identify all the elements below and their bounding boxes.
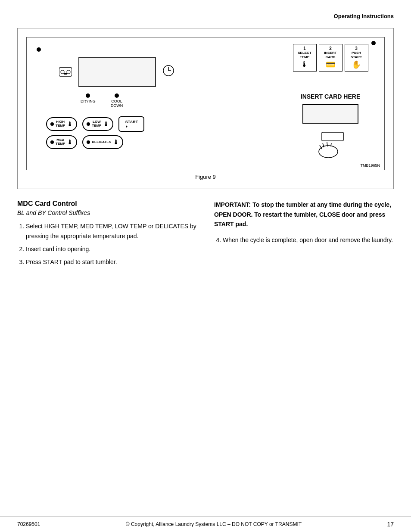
section-title: MDC Card Control [17,200,197,208]
indicator-cool-down: COOLDOWN [111,93,123,108]
low-temp-label: LOWTEMP [92,120,101,128]
diagram-right: 1 SELECTTEMP 🌡 2 INSERTCARD 💳 3 PUSHSTAR… [283,44,378,165]
svg-point-8 [319,146,338,158]
page-footer: 70269501 © Copyright, Alliance Laundry S… [0,516,411,532]
step-1-instruction: Select HIGH TEMP, MED TEMP, LOW TEMP or … [26,221,197,241]
page-header: Operating Instructions [0,0,411,24]
diagram-box: DRYING COOLDOWN HIGHTEMP 🌡 [26,37,385,170]
figure-caption: Figure 9 [26,174,385,180]
important-notice: IMPORTANT: To stop the tumbler at any ti… [214,200,394,229]
step-2: 2 INSERTCARD 💳 [319,44,342,72]
card-slot [302,104,358,124]
step-2-number: 2 [329,46,332,51]
step-3-number: 3 [355,46,358,51]
med-temp-dot [50,140,54,144]
med-temp-icon: 🌡 [67,139,73,146]
med-temp-button[interactable]: MEDTEMP 🌡 [46,135,77,149]
delicates-button[interactable]: DELICATES 🌡 [82,135,123,149]
footer-center: © Copyright, Alliance Laundry Systems LL… [126,521,302,527]
insert-card-section: INSERT CARD HERE [301,93,360,165]
med-temp-label: MEDTEMP [56,138,65,146]
high-temp-label: HIGHTEMP [56,120,65,128]
cool-down-dot [115,93,119,98]
step-3-label: PUSHSTART [351,51,362,59]
diagram-left: DRYING COOLDOWN HIGHTEMP 🌡 [33,44,279,165]
corner-dot-tr [371,41,376,45]
diagram-inner: DRYING COOLDOWN HIGHTEMP 🌡 [33,44,378,165]
display-screen [78,57,156,87]
instructions-list: Select HIGH TEMP, MED TEMP, LOW TEMP or … [26,221,197,267]
right-content: IMPORTANT: To stop the tumbler at any ti… [214,200,394,271]
delicates-dot [87,140,90,144]
main-content: MDC Card Control BL and BY Control Suffi… [0,193,411,277]
figure-container: DRYING COOLDOWN HIGHTEMP 🌡 [17,28,394,189]
important-text-bold: IMPORTANT: To stop the tumbler at any ti… [214,201,391,227]
left-top-section [59,57,279,87]
step-1-number: 1 [303,46,306,51]
insert-card-title: INSERT CARD HERE [301,93,360,100]
step4-list: When the cycle is complete, open door an… [223,235,394,245]
svg-line-11 [327,142,327,146]
step-3-instruction: Press START pad to start tumbler. [26,257,197,267]
drying-label: DRYING [81,99,96,103]
header-title: Operating Instructions [334,13,394,19]
high-temp-button[interactable]: HIGHTEMP 🌡 [46,117,77,131]
tape-icon [59,66,72,78]
section-subtitle: BL and BY Control Suffixes [17,209,197,216]
step-1: 1 SELECTTEMP 🌡 [293,44,317,72]
corner-dot-tl [37,47,41,52]
indicator-drying: DRYING [81,93,96,108]
low-temp-dot [87,122,90,126]
step-1-icon: 🌡 [301,60,308,69]
step-1-label: SELECTTEMP [298,51,311,59]
step-4-instruction: When the cycle is complete, open door an… [223,235,394,245]
step-3: 3 PUSHSTART ✋ [345,44,368,72]
step-2-icon: 💳 [326,60,335,69]
left-content: MDC Card Control BL and BY Control Suffi… [17,200,197,271]
high-temp-dot [50,122,54,126]
delicates-label: DELICATES [92,140,111,144]
page-number: 17 [387,521,394,528]
steps-container: 1 SELECTTEMP 🌡 2 INSERTCARD 💳 3 PUSHSTAR… [293,44,368,72]
svg-line-12 [331,143,331,146]
hand-insert-icon [313,130,348,165]
svg-point-1 [61,70,64,74]
indicator-row: DRYING COOLDOWN [81,93,279,108]
start-button[interactable]: START⬧ [118,116,144,132]
drying-dot [86,93,90,98]
svg-rect-3 [64,73,67,75]
high-temp-icon: 🌡 [67,121,73,128]
clock-icon [162,65,174,79]
step-2-label: INSERTCARD [324,51,336,59]
step-3-icon: ✋ [352,60,361,69]
button-row-2: MEDTEMP 🌡 DELICATES 🌡 [46,135,279,149]
low-temp-icon: 🌡 [103,121,109,128]
svg-rect-7 [322,132,343,141]
tmb-code: TMB1965N [360,163,380,168]
step-2-instruction: Insert card into opening. [26,244,197,254]
footer-left: 70269501 [17,521,40,527]
cool-down-label: COOLDOWN [111,99,123,108]
svg-point-2 [67,70,70,74]
delicates-icon: 🌡 [113,139,119,146]
low-temp-button[interactable]: LOWTEMP 🌡 [82,117,113,131]
button-row-1: HIGHTEMP 🌡 LOWTEMP 🌡 START⬧ [46,116,279,132]
start-label: START⬧ [125,120,138,128]
